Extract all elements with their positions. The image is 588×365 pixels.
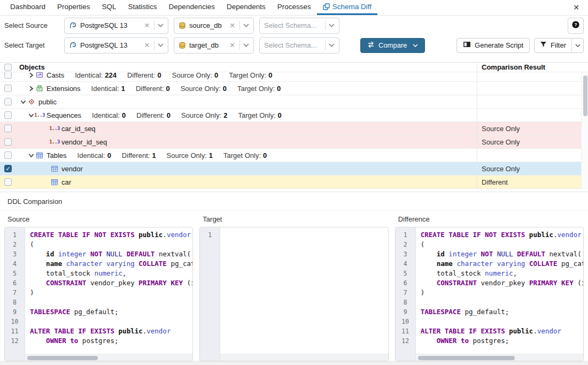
tab-properties[interactable]: Properties <box>51 0 96 15</box>
row-checkbox[interactable] <box>4 178 12 186</box>
target-horizontal-scrollbar[interactable] <box>220 354 388 361</box>
tab-schema-diff[interactable]: Schema Diff <box>317 0 377 15</box>
expand-expand-chevron-icon[interactable] <box>27 86 35 92</box>
help-button[interactable]: ? <box>568 18 584 34</box>
comparison-result-cell <box>477 109 581 121</box>
count-different: Different:0 <box>136 111 171 119</box>
clear-icon[interactable]: ✕ <box>227 21 238 29</box>
tab-dependents[interactable]: Dependents <box>221 0 272 15</box>
row-content: CastsIdentical:224Different:0Source Only… <box>16 72 477 81</box>
row-checkbox[interactable] <box>4 165 12 172</box>
tab-dependencies[interactable]: Dependencies <box>163 0 221 15</box>
table-icon <box>50 165 59 172</box>
line-number: 4 <box>396 259 415 269</box>
line-number: 12 <box>396 336 415 346</box>
chevron-down-icon[interactable] <box>158 43 164 47</box>
comparison-result-column-header[interactable]: Comparison Result <box>477 63 581 72</box>
row-checkbox[interactable] <box>4 125 12 132</box>
source-code-area[interactable]: CREATE TABLE IF NOT EXISTS public.vendor… <box>25 227 192 361</box>
tab-label: Schema Diff <box>332 3 372 11</box>
expand-expand-chevron-icon[interactable] <box>27 72 35 78</box>
object-name: vendor_id_seq <box>61 138 107 146</box>
tab-statistics[interactable]: Statistics <box>122 0 163 15</box>
grid-row-sequences[interactable]: 1..3SequencesIdentical:0Different:0Sourc… <box>0 109 588 122</box>
tab-label: Dependents <box>227 3 266 11</box>
clear-icon[interactable]: ✕ <box>141 21 153 29</box>
difference-pane-label: Difference <box>395 211 584 227</box>
chevron-down-icon[interactable] <box>329 43 335 47</box>
grid-row-vendor_id_seq[interactable]: 1..3vendor_id_seqSource Only <box>0 135 588 149</box>
expand-collapse-chevron-icon[interactable] <box>19 100 27 104</box>
chevron-down-icon[interactable] <box>329 24 335 27</box>
select-target-row: Select Target PostgreSQL 13 ✕ target_db … <box>0 35 588 55</box>
source-line-number-gutter: 123456789101112 <box>5 227 25 361</box>
chevron-down-icon[interactable] <box>243 43 249 47</box>
svg-text:?: ? <box>574 22 577 27</box>
grid-row-car_id_seq[interactable]: 1..3car_id_seqSource Only <box>0 122 588 135</box>
target-code-pane[interactable]: 1 <box>199 227 388 361</box>
source-database-select[interactable]: source_db ✕ <box>174 18 254 34</box>
tab-sql[interactable]: SQL <box>96 0 122 15</box>
count-different: Different:0 <box>127 72 161 79</box>
difference-code-pane[interactable]: 123456789101112CREATE TABLE IF NOT EXIST… <box>395 227 584 361</box>
grid-row-vendor[interactable]: vendorSource Only <box>0 162 588 176</box>
row-checkbox[interactable] <box>4 138 12 146</box>
scrollbar-thumb[interactable] <box>27 356 98 360</box>
difference-code-area[interactable]: CREATE TABLE IF NOT EXISTS public.vendor… <box>416 227 583 361</box>
line-number: 5 <box>396 269 415 278</box>
tab-processes[interactable]: Processes <box>272 0 317 15</box>
row-checkbox-cell <box>0 151 16 159</box>
grid-row-casts[interactable]: CastsIdentical:224Different:0Source Only… <box>0 72 588 82</box>
code-line: id integer NOT NULL DEFAULT nextval('ven… <box>421 249 583 259</box>
source-horizontal-scrollbar[interactable] <box>25 354 192 361</box>
close-icon[interactable]: ✕ <box>571 2 582 13</box>
select-divider <box>154 21 154 30</box>
row-content: public <box>16 95 477 108</box>
grid-row-tables[interactable]: TablesIdentical:0Different:1Source Only:… <box>0 149 588 162</box>
row-checkbox[interactable] <box>4 98 12 105</box>
target-schema-select[interactable]: Select Schema... <box>259 37 339 54</box>
tab-dashboard[interactable]: Dashboard <box>4 0 51 15</box>
code-line <box>421 317 583 326</box>
postgresql-icon <box>69 21 77 29</box>
chevron-down-icon[interactable] <box>158 24 164 27</box>
target-code-area[interactable] <box>220 227 388 361</box>
tab-label: Dashboard <box>10 3 45 11</box>
grid-row-public[interactable]: public <box>0 95 588 109</box>
row-checkbox[interactable] <box>4 151 12 159</box>
source-code-pane[interactable]: 123456789101112CREATE TABLE IF NOT EXIST… <box>4 227 193 361</box>
object-name: vendor <box>61 165 83 173</box>
expand-collapse-chevron-icon[interactable] <box>27 153 35 158</box>
select-divider <box>154 41 154 50</box>
row-checkbox[interactable] <box>4 72 12 79</box>
filter-dropdown-button[interactable] <box>571 39 583 52</box>
count-sourceonly: Source Only:2 <box>181 111 227 119</box>
objects-column-header[interactable]: Objects <box>16 63 477 71</box>
scrollbar-thumb[interactable] <box>583 75 587 116</box>
row-checkbox[interactable] <box>4 85 12 92</box>
target-database-select[interactable]: target_db ✕ <box>174 37 254 54</box>
filter-button[interactable]: Filter <box>535 39 571 52</box>
tab-label: Properties <box>57 3 90 11</box>
target-server-select[interactable]: PostgreSQL 13 ✕ <box>64 37 168 54</box>
source-server-select[interactable]: PostgreSQL 13 ✕ <box>64 18 168 34</box>
compare-button[interactable]: Compare <box>360 38 425 53</box>
grid-row-extensions[interactable]: ExtensionsIdentical:1Different:0Source O… <box>0 82 588 95</box>
source-database-value: source_db <box>189 21 227 29</box>
select-all-checkbox[interactable] <box>4 64 12 71</box>
row-checkbox[interactable] <box>4 111 12 119</box>
grid-vertical-scrollbar[interactable] <box>581 72 588 189</box>
line-number: 7 <box>396 288 415 298</box>
grid-row-car[interactable]: carDifferent <box>0 176 588 189</box>
sequence-icon: 1..3 <box>50 126 59 131</box>
row-checkbox-cell <box>0 165 16 172</box>
code-line: ALTER TABLE IF EXISTS public.vendor <box>30 326 192 336</box>
difference-horizontal-scrollbar[interactable] <box>416 354 583 361</box>
source-schema-select[interactable]: Select Schema... <box>259 18 339 34</box>
chevron-down-icon[interactable] <box>243 24 249 27</box>
clear-icon[interactable]: ✕ <box>141 41 153 49</box>
count-targetonly: Target Only:0 <box>237 85 281 93</box>
generate-script-button[interactable]: Generate Script <box>457 38 530 53</box>
clear-icon[interactable]: ✕ <box>227 41 238 49</box>
scrollbar-thumb[interactable] <box>418 356 515 360</box>
